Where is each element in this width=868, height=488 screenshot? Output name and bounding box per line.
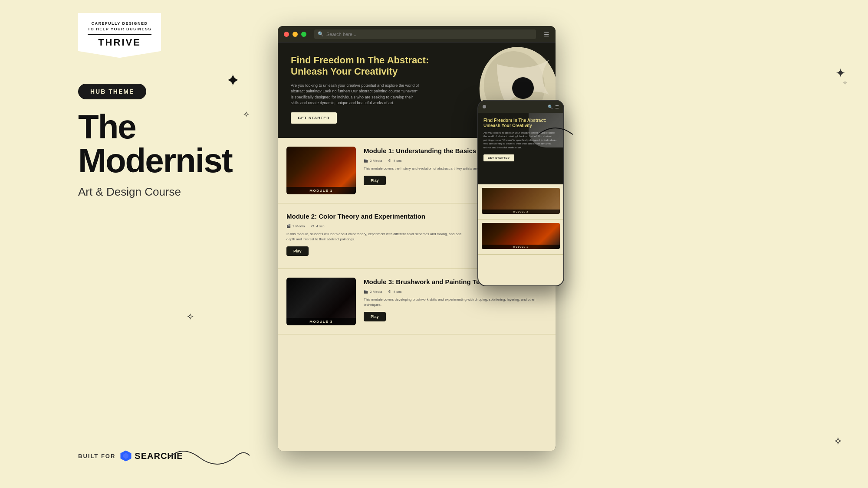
phone-icons: 🔍 ☰ [548, 105, 559, 109]
browser-dot-red [284, 32, 289, 37]
phone-get-started-button[interactable]: GET STARTED [483, 154, 514, 161]
phone-search-icon[interactable]: 🔍 [548, 105, 553, 109]
phone-hero: Find Freedom In The Abstract: Unleash Yo… [478, 113, 563, 184]
search-icon: 🔍 [318, 31, 324, 37]
uneven-circle [512, 77, 534, 99]
star-decoration-4: ✦ [835, 67, 845, 79]
phone-module-1-label: MODULE 1 [482, 245, 560, 249]
module-2-info: Module 2: Color Theory and Experimentati… [286, 212, 470, 256]
module-3-duration: ⏱ 4 sec [388, 290, 401, 294]
phone-module-2-label: MODULE 2 [482, 210, 560, 214]
star-decoration-5: ✧ [843, 80, 847, 85]
module-3-desc: This module covers developing brushwork … [364, 297, 547, 308]
module-1-duration: ⏱ 4 sec [388, 159, 401, 163]
clock-icon-2: ⏱ [311, 224, 314, 228]
star-decoration-1: ✦ [226, 72, 240, 89]
clock-icon: ⏱ [388, 159, 391, 163]
module-3-label: MODULE 3 [286, 318, 356, 325]
hero-description: Are you looking to unleash your creative… [291, 83, 421, 106]
hero-title: Find Freedom In The Abstract: Unleash Yo… [291, 55, 430, 78]
module-2-desc: In this module, students will learn abou… [286, 232, 470, 242]
browser-dot-green [301, 32, 306, 37]
module-1-label: MODULE 1 [286, 187, 356, 194]
logo-box: CAREFULLY DESIGNED TO HELP YOUR BUSINESS… [78, 13, 161, 58]
media-icon: 🎬 [364, 159, 368, 163]
media-icon-2: 🎬 [286, 224, 291, 228]
logo-thrive: THRIVE [88, 34, 151, 48]
star-decoration-2: ✧ [243, 111, 250, 118]
built-for-section: BUILT FOR SEARCHIE [78, 450, 183, 462]
module-2-meta: 🎬 2 Media ⏱ 4 sec [286, 224, 470, 228]
star-decoration-6: ✧ [833, 436, 843, 447]
module-2-duration: ⏱ 4 sec [311, 224, 324, 228]
logo-carefully: CAREFULLY DESIGNED TO HELP YOUR BUSINESS [88, 21, 151, 32]
browser-dot-yellow [293, 32, 298, 37]
module-3-thumbnail: MODULE 3 [286, 278, 356, 325]
searchie-icon [120, 450, 132, 462]
phone-content-list: MODULE 2 MODULE 1 [478, 184, 563, 286]
built-for-label: BUILT FOR [78, 453, 115, 459]
phone-mockup: 🔍 ☰ Find Freedom In The Abstract: Unleas… [477, 100, 564, 286]
browser-topbar: 🔍 Search here... ☰ [278, 26, 556, 43]
phone-module-1-thumb: MODULE 1 [482, 223, 560, 249]
browser-search-bar[interactable]: 🔍 Search here... [314, 29, 536, 39]
module-1-play-button[interactable]: Play [364, 176, 386, 185]
module-3-meta: 🎬 2 Media ⏱ 4 sec [364, 290, 547, 294]
module-3-play-button[interactable]: Play [364, 312, 386, 321]
media-icon-3: 🎬 [364, 290, 368, 294]
subtitle: Art & Design Course [78, 185, 181, 199]
star-decoration-3: ✧ [187, 312, 194, 321]
module-2-title: Module 2: Color Theory and Experimentati… [286, 212, 470, 221]
browser-menu-icon[interactable]: ☰ [544, 31, 549, 38]
get-started-button[interactable]: GET STARTED [291, 112, 337, 124]
phone-topbar: 🔍 ☰ [478, 101, 563, 113]
module-1-media: 🎬 2 Media [364, 159, 382, 163]
phone-module-2-thumb: MODULE 2 [482, 188, 560, 214]
module-3-media: 🎬 2 Media [364, 290, 382, 294]
phone-hero-brush [529, 113, 563, 147]
phone-module-2: MODULE 2 [478, 184, 563, 219]
module-2-play-button[interactable]: Play [286, 246, 309, 256]
clock-icon-3: ⏱ [388, 290, 391, 294]
searchie-label: SEARCHIE [135, 451, 183, 461]
search-placeholder: Search here... [326, 32, 356, 37]
module-1-thumbnail: MODULE 1 [286, 147, 356, 194]
hub-badge: HUB THEME [78, 84, 146, 99]
phone-menu-icon[interactable]: ☰ [555, 105, 559, 109]
main-title: The Modernist [78, 110, 278, 177]
phone-dot [483, 105, 486, 108]
phone-module-1: MODULE 1 [478, 219, 563, 255]
searchie-logo: SEARCHIE [120, 450, 183, 462]
module-2-media: 🎬 2 Media [286, 224, 305, 228]
